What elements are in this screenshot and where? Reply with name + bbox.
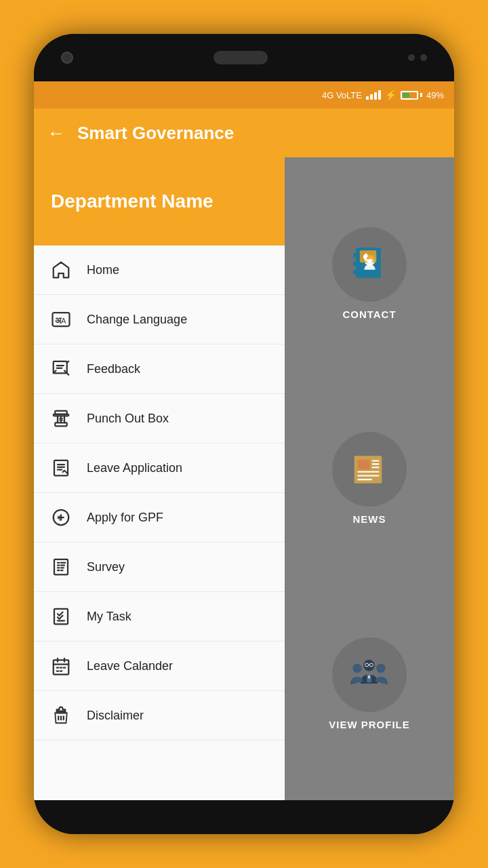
phone-top-hardware xyxy=(34,34,454,81)
feedback-icon xyxy=(49,357,73,381)
drawer-header: Department Name xyxy=(34,157,285,245)
menu-label-feedback: Feedback xyxy=(87,362,140,376)
svg-rect-41 xyxy=(353,254,358,258)
phone-bottom-hardware xyxy=(34,800,454,834)
menu-item-punch-out-box[interactable]: Punch Out Box xyxy=(34,394,285,443)
main-content: Department Name Home xyxy=(34,157,454,800)
svg-rect-47 xyxy=(357,460,369,470)
menu-label-home: Home xyxy=(87,263,119,277)
svg-rect-9 xyxy=(55,422,67,426)
menu-item-home[interactable]: Home xyxy=(34,245,285,295)
home-icon xyxy=(49,258,73,282)
calendar-icon xyxy=(49,654,73,678)
menu-item-my-task[interactable]: My Task xyxy=(34,592,285,642)
svg-rect-42 xyxy=(353,262,358,267)
menu-item-leave-calander[interactable]: Leave Calander xyxy=(34,642,285,691)
menu-item-change-language[interactable]: अ A Change Language xyxy=(34,295,285,344)
menu-item-leave-application[interactable]: Leave Application xyxy=(34,443,285,493)
camera xyxy=(61,52,73,64)
battery-percent: 49% xyxy=(426,90,444,100)
phone-screen: 4G VoLTE ⚡ 49% ← Smart Governance xyxy=(34,81,454,800)
disclaimer-icon xyxy=(49,703,73,728)
svg-text:A: A xyxy=(61,317,66,325)
svg-point-56 xyxy=(377,663,386,672)
menu-label-change-language: Change Language xyxy=(87,313,187,327)
app-bar: ← Smart Governance xyxy=(34,108,454,157)
speaker xyxy=(214,51,268,64)
gpf-icon: ₹ xyxy=(49,505,73,530)
phone-frame: 4G VoLTE ⚡ 49% ← Smart Governance xyxy=(34,34,454,834)
menu-label-my-task: My Task xyxy=(87,610,131,624)
news-circle xyxy=(332,432,407,507)
svg-text:₹: ₹ xyxy=(57,515,61,522)
svg-rect-10 xyxy=(54,460,68,476)
punch-icon xyxy=(49,406,73,431)
menu-label-survey: Survey xyxy=(87,560,125,574)
menu-label-apply-gpf: Apply for GPF xyxy=(87,511,163,525)
panel-item-view-profile[interactable]: VIEW PROFILE xyxy=(329,637,410,730)
menu-label-leave-calander: Leave Calander xyxy=(87,659,173,673)
menu-item-disclaimer[interactable]: Disclaimer xyxy=(34,691,285,741)
department-name: Department Name xyxy=(51,191,214,212)
svg-point-55 xyxy=(353,663,362,672)
app-title: Smart Governance xyxy=(77,123,234,144)
svg-rect-43 xyxy=(353,270,358,275)
profile-circle xyxy=(332,637,407,712)
contact-label: CONTACT xyxy=(342,309,396,320)
signal-icon xyxy=(366,90,381,100)
right-panel: CONTACT xyxy=(285,157,454,800)
survey-icon xyxy=(49,555,73,579)
language-icon: अ A xyxy=(49,307,73,332)
sensors xyxy=(408,54,427,61)
menu-label-disclaimer: Disclaimer xyxy=(87,709,144,723)
status-bar: 4G VoLTE ⚡ 49% xyxy=(34,81,454,108)
menu-item-apply-gpf[interactable]: ₹ Apply for GPF xyxy=(34,493,285,542)
task-icon xyxy=(49,604,73,629)
view-profile-label: VIEW PROFILE xyxy=(329,719,410,730)
drawer-menu: Home अ A Change Language xyxy=(34,245,285,800)
network-status: 4G VoLTE xyxy=(322,90,362,100)
menu-item-survey[interactable]: Survey xyxy=(34,542,285,592)
back-button[interactable]: ← xyxy=(47,123,65,144)
panel-item-news[interactable]: NEWS xyxy=(332,432,407,525)
svg-rect-16 xyxy=(54,559,68,575)
charging-icon: ⚡ xyxy=(385,90,396,100)
leave-application-icon xyxy=(49,456,73,480)
drawer: Department Name Home xyxy=(34,157,285,800)
contact-circle xyxy=(332,227,407,302)
battery-icon xyxy=(401,91,422,100)
menu-label-punch-out-box: Punch Out Box xyxy=(87,412,169,426)
menu-label-leave-application: Leave Application xyxy=(87,461,182,475)
menu-item-feedback[interactable]: Feedback xyxy=(34,344,285,394)
panel-item-contact[interactable]: CONTACT xyxy=(332,227,407,320)
news-label: NEWS xyxy=(353,513,386,525)
